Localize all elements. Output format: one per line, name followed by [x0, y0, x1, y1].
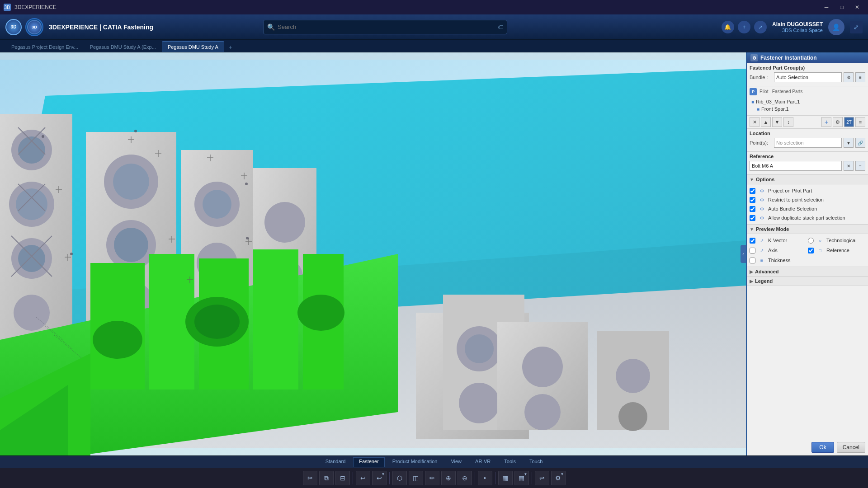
action-dot[interactable]: • [478, 471, 492, 485]
3d-scene [0, 52, 746, 455]
ctx-tab-tools[interactable]: Tools [498, 457, 522, 467]
action-rotate[interactable]: ⬡ [392, 471, 407, 485]
cancel-button[interactable]: Cancel [837, 442, 865, 453]
option-3-icon: ⚙ [758, 214, 765, 221]
bundle-label: Bundle : [750, 75, 772, 80]
parts-list: ■ Rib_03_Main Part.1 ■ Front Spar.1 [750, 97, 865, 113]
svg-point-52 [616, 359, 650, 393]
bundle-input[interactable] [774, 72, 842, 82]
bundle-settings-btn[interactable]: ⚙ [844, 72, 854, 82]
options-arrow: ▼ [750, 177, 754, 182]
ctx-tab-fastener[interactable]: Fastener [353, 457, 384, 467]
action-undo[interactable]: ↩ [356, 471, 370, 485]
legend-header[interactable]: ▶ Legend [747, 277, 868, 286]
tab-1[interactable]: Pegasus DMU Study A (Exp... [84, 41, 162, 52]
ctx-tab-arvr[interactable]: AR-VR [469, 457, 496, 467]
location-label: Location [750, 131, 865, 136]
title-bar: 3D 3DEXPERIENCE ─ □ ✕ [0, 0, 868, 14]
action-measure[interactable]: ⊕ [441, 471, 456, 485]
ctx-tab-product[interactable]: Product Modification [387, 457, 443, 467]
point-link-btn[interactable]: 🔗 [855, 138, 865, 148]
reference-section: Reference ✕ ≡ [747, 152, 868, 175]
action-clip[interactable]: ⊖ [458, 471, 472, 485]
part-item-1: ■ Front Spar.1 [750, 105, 865, 113]
notifications-icon[interactable]: 🔔 [722, 21, 734, 33]
preview-mode-header[interactable]: ▼ Preview Mode [747, 225, 868, 234]
option-2-checkbox[interactable] [750, 206, 755, 212]
search-input[interactable] [278, 23, 495, 30]
add-icon[interactable]: + [738, 21, 750, 33]
bundle-menu-btn[interactable]: ≡ [855, 72, 865, 82]
point-dropdown-btn[interactable]: ▼ [844, 138, 854, 148]
option-3-checkbox[interactable] [750, 215, 755, 221]
maximize-button[interactable]: □ [835, 3, 849, 12]
action-redo[interactable]: ↩▼ [372, 471, 387, 485]
option-1-checkbox[interactable] [750, 197, 755, 203]
technological-radio[interactable] [808, 238, 814, 244]
option-3: ⚙ Allow duplicate stack part selection [750, 213, 865, 222]
tag-icon: 🏷 [498, 24, 503, 30]
kvector-checkbox[interactable] [750, 238, 755, 244]
fastener-icon-btn[interactable]: ⚙ [833, 117, 843, 127]
action-copy[interactable]: ⧉ [319, 471, 334, 485]
tab-0[interactable]: Pegasus Project Design Env... [5, 41, 84, 52]
search-bar[interactable]: 🔍 🏷 [263, 20, 507, 34]
option-0-icon: ⚙ [758, 187, 765, 194]
point-select[interactable]: No selection [774, 138, 842, 148]
tab-add-button[interactable]: + [226, 43, 235, 52]
action-paint[interactable]: ✏ [425, 471, 439, 485]
options-header[interactable]: ▼ Options [747, 175, 868, 184]
action-settings[interactable]: ⚙▼ [551, 471, 566, 485]
share-icon[interactable]: ↗ [754, 21, 767, 33]
sort-btn[interactable]: ↕ [783, 117, 793, 127]
ctx-tab-view[interactable]: View [445, 457, 467, 467]
reference-menu-btn[interactable]: ≡ [855, 161, 865, 171]
reference-checkbox[interactable] [808, 248, 814, 253]
panel-collapse-button[interactable]: ‹ [741, 245, 746, 263]
option-0-checkbox[interactable] [750, 188, 755, 194]
action-cut[interactable]: ✂ [303, 471, 317, 485]
minimize-button[interactable]: ─ [819, 3, 834, 12]
ok-button[interactable]: Ok [811, 442, 834, 453]
expand-icon[interactable]: ⤢ [850, 21, 863, 33]
tab-2[interactable]: Pegasus DMU Study A [162, 41, 224, 52]
svg-point-25 [203, 190, 231, 219]
user-name: Alain DUGOUISSET [772, 21, 823, 28]
action-paste[interactable]: ⊟ [335, 471, 350, 485]
window-controls: ─ □ ✕ [819, 3, 864, 12]
action-select[interactable]: ◫ [409, 471, 423, 485]
action-grid[interactable]: ▦ [498, 471, 513, 485]
main-toolbar: 3D 3D 3DEXPERIENCE | CATIA Fastening 🔍 🏷… [0, 14, 868, 40]
thickness-checkbox[interactable] [750, 258, 755, 263]
option-0: ⚙ Project on Pilot Part [750, 186, 865, 195]
ctx-tab-touch[interactable]: Touch [524, 457, 548, 467]
move-up-btn[interactable]: ▲ [761, 117, 771, 127]
app-icon: 3D [4, 4, 11, 11]
action-exchange[interactable]: ⇌ [535, 471, 549, 485]
svg-point-38 [194, 305, 240, 339]
svg-point-72 [42, 135, 44, 138]
svg-point-7 [16, 188, 47, 220]
options-content: ⚙ Project on Pilot Part ⚙ Restrict to po… [747, 184, 868, 225]
move-down-btn[interactable]: ▼ [772, 117, 782, 127]
collab-space: 3DS Collab Space [772, 28, 823, 33]
panel-header-icon: ⚙ [750, 54, 758, 61]
action-grid2[interactable]: ▦▼ [514, 471, 529, 485]
reference-clear-btn[interactable]: ✕ [844, 161, 854, 171]
preview-label: Preview Mode [756, 226, 789, 232]
advanced-header[interactable]: ▶ Advanced [747, 267, 868, 277]
3d-viewport[interactable]: ‹ [0, 52, 746, 455]
brand-badge[interactable]: 3D [25, 18, 43, 36]
axis-checkbox[interactable] [750, 248, 755, 253]
close-button[interactable]: ✕ [850, 3, 864, 12]
option-2: ⚙ Auto Bundle Selection [750, 204, 865, 213]
reference-input[interactable] [750, 161, 842, 171]
advanced-label: Advanced [755, 269, 779, 274]
delete-btn[interactable]: ✕ [750, 117, 760, 127]
svg-point-21 [114, 228, 148, 262]
menu-btn[interactable]: ≡ [855, 117, 865, 127]
add-fastener-btn[interactable]: + [821, 117, 831, 127]
point-label: Point(s): [750, 140, 772, 145]
avatar[interactable]: 👤 [828, 19, 844, 35]
ctx-tab-standard[interactable]: Standard [320, 457, 352, 467]
